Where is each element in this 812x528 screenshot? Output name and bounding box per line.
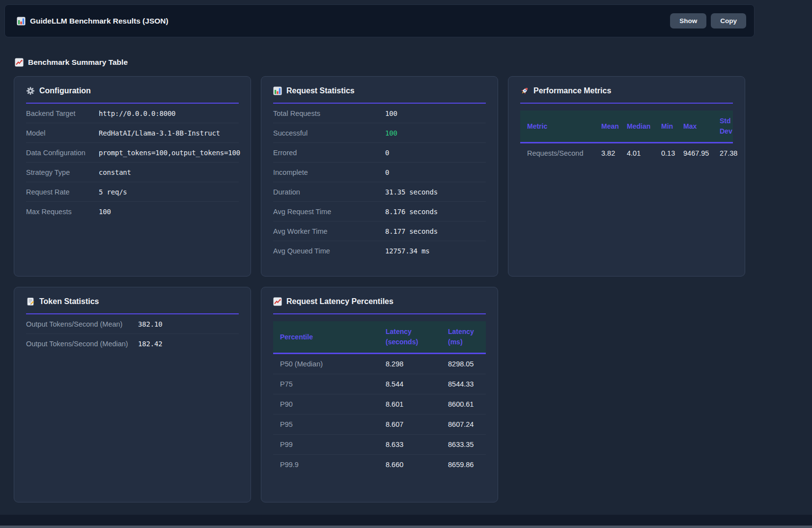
chart-increasing-icon (15, 58, 24, 67)
latency-ms: 8633.35 (448, 441, 487, 448)
col-mean: Mean (601, 121, 627, 132)
bar-chart-icon (273, 86, 282, 95)
token-row-value: 382.10 (138, 320, 162, 328)
stat-row-label: Avg Request Time (273, 208, 385, 216)
latency-table-row: P90 8.601 8600.61 (273, 394, 486, 415)
percentile-name: P95 (273, 420, 386, 428)
token-row: Output Tokens/Second (Median) 182.42 (26, 334, 239, 353)
col-max: Max (683, 121, 720, 132)
performance-metrics-card: Performance Metrics Metric Mean Median M… (508, 76, 745, 277)
footer-dark-strip (0, 515, 812, 526)
request-statistics-card: Request Statistics Total Requests 100 Su… (261, 76, 498, 277)
stat-row: Successful 100 (273, 123, 486, 143)
token-row: Output Tokens/Second (Mean) 382.10 (26, 314, 239, 334)
stat-row-label: Avg Queued Time (273, 247, 385, 255)
latency-table-row: P75 8.544 8544.33 (273, 374, 486, 394)
configuration-title-text: Configuration (39, 86, 91, 95)
token-row-label: Output Tokens/Second (Mean) (26, 320, 138, 328)
token-statistics-title-text: Token Statistics (39, 297, 99, 306)
stat-row-value: 0 (385, 168, 389, 176)
accent-underline (520, 103, 733, 104)
config-row-label: Max Requests (26, 208, 99, 216)
col-metric: Metric (520, 121, 601, 132)
latency-table-row: P95 8.607 8607.24 (273, 415, 486, 435)
stat-row: Avg Worker Time 8.177 seconds (273, 222, 486, 241)
col-percentile: Percentile (273, 332, 386, 342)
stat-row-label: Errored (273, 149, 385, 157)
token-row-label: Output Tokens/Second (Median) (26, 340, 138, 348)
col-min: Min (661, 121, 683, 132)
configuration-rows: Backend Target http://0.0.0.0:8000 Model… (26, 104, 239, 221)
latency-percentiles-table: Percentile Latency (seconds) Latency (ms… (273, 321, 486, 474)
stat-row-label: Avg Worker Time (273, 227, 385, 235)
request-statistics-rows: Total Requests 100 Successful 100 Errore… (273, 104, 486, 260)
stat-row-value: 8.176 seconds (385, 208, 438, 216)
config-row-label: Request Rate (26, 188, 99, 196)
token-statistics-rows: Output Tokens/Second (Mean) 382.10 Outpu… (26, 314, 239, 353)
request-statistics-title-text: Request Statistics (286, 86, 355, 95)
token-statistics-card: Token Statistics Output Tokens/Second (M… (14, 287, 251, 502)
latency-seconds: 8.633 (386, 441, 448, 448)
latency-percentiles-card: Request Latency Percentiles Percentile L… (261, 287, 498, 502)
config-row-label: Data Configuration (26, 149, 99, 157)
config-row: Max Requests 100 (26, 202, 239, 221)
chart-increasing-icon (273, 297, 282, 306)
stat-row-label: Total Requests (273, 110, 385, 117)
config-row-value: 5 req/s (99, 188, 127, 196)
config-row: Model RedHatAI/Llama-3.1-8B-Instruct (26, 123, 239, 143)
accent-underline (273, 313, 486, 314)
stat-row-label: Duration (273, 188, 385, 196)
output-header-bar: GuideLLM Benchmark Results (JSON) Show C… (4, 4, 755, 37)
percentile-name: P90 (273, 400, 386, 408)
stat-row-value-success: 100 (385, 129, 397, 137)
latency-percentiles-title-text: Request Latency Percentiles (286, 297, 393, 306)
stat-row: Errored 0 (273, 143, 486, 163)
config-row-label: Model (26, 129, 99, 137)
percentile-name: P50 (Median) (273, 360, 386, 368)
header-buttons: Show Copy (670, 13, 746, 28)
latency-seconds: 8.660 (386, 461, 448, 469)
latency-ms: 8544.33 (448, 380, 487, 388)
col-std-dev: Std Dev (720, 116, 734, 137)
latency-seconds: 8.298 (386, 360, 448, 368)
metric-min: 0.13 (661, 149, 683, 157)
stat-row-value: 12757.34 ms (385, 247, 430, 255)
stat-row-label: Incomplete (273, 168, 385, 176)
gear-icon (26, 86, 35, 95)
config-row-value: constant (99, 168, 131, 176)
performance-metrics-table: Metric Mean Median Min Max Std Dev Reque… (520, 111, 733, 163)
stat-row-value: 8.177 seconds (385, 227, 438, 235)
bar-chart-icon (17, 17, 26, 26)
token-row-value: 182.42 (138, 340, 162, 348)
summary-cards: Configuration Backend Target http://0.0.… (14, 76, 745, 502)
stat-row: Avg Request Time 8.176 seconds (273, 202, 486, 222)
latency-seconds: 8.544 (386, 380, 448, 388)
performance-table-row: Requests/Second 3.82 4.01 0.13 9467.95 2… (520, 143, 733, 163)
config-row-value: 100 (99, 208, 111, 216)
copy-button[interactable]: Copy (711, 13, 746, 28)
metric-mean: 3.82 (601, 149, 627, 157)
stat-row-label: Successful (273, 129, 385, 137)
output-title-text: GuideLLM Benchmark Results (JSON) (30, 17, 168, 26)
latency-table-row: P50 (Median) 8.298 8298.05 (273, 354, 486, 374)
percentile-name: P99.9 (273, 461, 386, 469)
window-bottom-edge (0, 526, 812, 528)
section-title-text: Benchmark Summary Table (28, 58, 128, 67)
request-statistics-card-title: Request Statistics (273, 86, 486, 95)
config-row-value: http://0.0.0.0:8000 (99, 110, 175, 117)
config-row-value: RedHatAI/Llama-3.1-8B-Instruct (99, 129, 220, 137)
configuration-card-title: Configuration (26, 86, 239, 95)
latency-seconds: 8.601 (386, 400, 448, 408)
stat-row: Duration 31.35 seconds (273, 182, 486, 202)
show-button[interactable]: Show (670, 13, 706, 28)
token-statistics-card-title: Token Statistics (26, 297, 239, 306)
latency-ms: 8659.86 (448, 461, 487, 469)
stat-row: Total Requests 100 (273, 104, 486, 123)
percentile-name: P75 (273, 380, 386, 388)
latency-table-header: Percentile Latency (seconds) Latency (ms… (273, 321, 486, 354)
latency-ms: 8600.61 (448, 400, 487, 408)
output-title: GuideLLM Benchmark Results (JSON) (17, 17, 168, 26)
latency-table-row: P99.9 8.660 8659.86 (273, 455, 486, 474)
config-row: Strategy Type constant (26, 163, 239, 182)
col-latency-seconds: Latency (seconds) (386, 327, 426, 347)
